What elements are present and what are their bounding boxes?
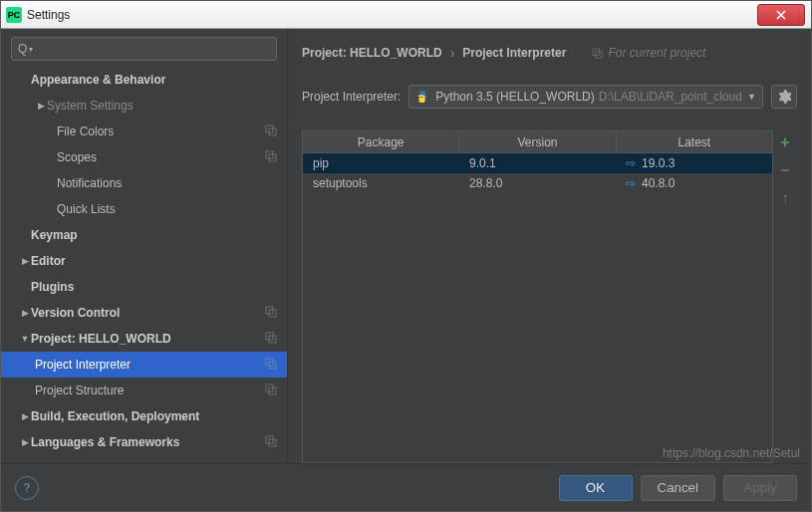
sidebar: Q▾ Appearance & Behavior▶System Settings…	[1, 29, 288, 463]
for-current-project-label: For current project	[592, 46, 705, 60]
tree-item-label: File Colors	[57, 125, 265, 138]
tree-item[interactable]: ▶Tools	[1, 455, 287, 463]
tree-item[interactable]: Project Interpreter	[1, 352, 287, 378]
tree-item[interactable]: ▶Version Control	[1, 300, 287, 326]
close-button[interactable]	[757, 4, 805, 26]
tree-item[interactable]: ▶Languages & Frameworks	[1, 429, 287, 455]
tree-item-label: Build, Execution, Deployment	[31, 409, 277, 423]
interpreter-label: Project Interpreter:	[302, 90, 401, 104]
gear-icon	[777, 90, 791, 104]
settings-tree: Appearance & Behavior▶System SettingsFil…	[1, 67, 287, 463]
project-scope-icon	[265, 435, 277, 450]
tree-item[interactable]: Plugins	[1, 274, 287, 300]
tree-item[interactable]: Notifications	[1, 170, 287, 196]
tree-item-label: Version Control	[31, 306, 265, 320]
add-package-button[interactable]: +	[775, 132, 795, 152]
breadcrumb: Project: HELLO_WORLD › Project Interpret…	[302, 39, 797, 67]
breadcrumb-item: Project Interpreter	[462, 46, 566, 60]
project-scope-icon	[265, 358, 277, 373]
tree-item-label: System Settings	[47, 99, 277, 113]
search-input[interactable]: Q▾	[11, 37, 277, 61]
project-scope-icon	[265, 306, 277, 321]
interpreter-select[interactable]: Python 3.5 (HELLO_WORLD) D:\LAB\LiDAR_po…	[408, 85, 763, 109]
breadcrumb-item[interactable]: Project: HELLO_WORLD	[302, 46, 442, 60]
tree-item-label: Appearance & Behavior	[31, 73, 277, 87]
tree-item-label: Editor	[31, 254, 277, 268]
tree-item-label: Keymap	[31, 228, 277, 242]
remove-package-button[interactable]: −	[775, 160, 795, 180]
expand-arrow-icon: ▶	[19, 437, 31, 447]
cell-package: pip	[303, 156, 459, 170]
tree-item[interactable]: Keymap	[1, 222, 287, 248]
tree-item-label: Tools	[31, 461, 277, 463]
interpreter-path: D:\LAB\LiDAR_point_cloud	[599, 90, 741, 104]
help-button[interactable]: ?	[15, 476, 39, 500]
column-header-package[interactable]: Package	[303, 131, 459, 152]
search-icon: Q	[18, 42, 27, 56]
watermark: https://blog.csdn.net/Setul	[663, 446, 800, 460]
expand-arrow-icon: ▼	[19, 334, 31, 344]
expand-arrow-icon: ▶	[19, 411, 31, 421]
expand-arrow-icon: ▶	[19, 308, 31, 318]
settings-gear-button[interactable]	[771, 85, 797, 109]
project-scope-icon	[265, 125, 277, 139]
tree-item-label: Quick Lists	[57, 202, 277, 216]
window-title: Settings	[27, 8, 70, 22]
cell-version: 28.8.0	[459, 176, 616, 190]
column-header-version[interactable]: Version	[459, 131, 616, 152]
tree-item[interactable]: ▶Build, Execution, Deployment	[1, 403, 287, 429]
cell-version: 9.0.1	[459, 156, 616, 170]
tree-item-label: Notifications	[57, 176, 277, 190]
project-scope-icon	[265, 332, 277, 347]
tree-item-label: Plugins	[31, 280, 277, 294]
tree-item-label: Project: HELLO_WORLD	[31, 332, 265, 346]
footer: ? OK Cancel Apply	[1, 463, 811, 511]
apply-button[interactable]: Apply	[723, 475, 797, 501]
packages-table: Package Version Latest pip9.0.1⇨19.0.3se…	[302, 130, 773, 463]
tree-item-label: Scopes	[57, 150, 265, 164]
expand-arrow-icon: ▶	[19, 256, 31, 266]
tree-item[interactable]: Quick Lists	[1, 196, 287, 222]
titlebar: PC Settings	[1, 1, 811, 29]
tree-item-label: Project Interpreter	[35, 358, 265, 372]
tree-item-label: Languages & Frameworks	[31, 435, 265, 449]
project-scope-icon	[265, 150, 277, 165]
tree-item[interactable]: Appearance & Behavior	[1, 67, 287, 93]
tree-item-label: Project Structure	[35, 384, 265, 397]
cancel-button[interactable]: Cancel	[641, 475, 716, 501]
close-icon	[775, 9, 787, 21]
tree-item[interactable]: File Colors	[1, 119, 287, 144]
upgrade-package-button[interactable]: ↑	[775, 188, 795, 208]
cell-latest: ⇨19.0.3	[616, 156, 772, 170]
ok-button[interactable]: OK	[559, 475, 633, 501]
tree-item[interactable]: ▶Editor	[1, 248, 287, 274]
project-scope-icon	[265, 384, 277, 398]
main-panel: Project: HELLO_WORLD › Project Interpret…	[288, 29, 811, 463]
expand-arrow-icon: ▶	[35, 101, 47, 111]
cell-package: setuptools	[303, 176, 459, 190]
tree-item[interactable]: Project Structure	[1, 378, 287, 403]
breadcrumb-separator: ›	[450, 45, 455, 61]
upgrade-available-icon: ⇨	[626, 176, 636, 190]
tree-item[interactable]: ▼Project: HELLO_WORLD	[1, 326, 287, 352]
tree-item[interactable]: ▶System Settings	[1, 93, 287, 119]
chevron-down-icon: ▼	[747, 92, 756, 102]
interpreter-name: Python 3.5 (HELLO_WORLD)	[435, 90, 594, 104]
table-row[interactable]: pip9.0.1⇨19.0.3	[303, 153, 772, 173]
copy-icon	[592, 48, 603, 59]
package-tools: + − ↑	[773, 130, 797, 463]
upgrade-available-icon: ⇨	[626, 156, 636, 170]
cell-latest: ⇨40.8.0	[616, 176, 772, 190]
table-row[interactable]: setuptools28.8.0⇨40.8.0	[303, 173, 772, 193]
app-icon: PC	[6, 7, 22, 23]
chevron-down-icon: ▾	[29, 45, 33, 54]
python-icon	[415, 90, 429, 104]
tree-item[interactable]: Scopes	[1, 144, 287, 170]
column-header-latest[interactable]: Latest	[617, 131, 772, 152]
